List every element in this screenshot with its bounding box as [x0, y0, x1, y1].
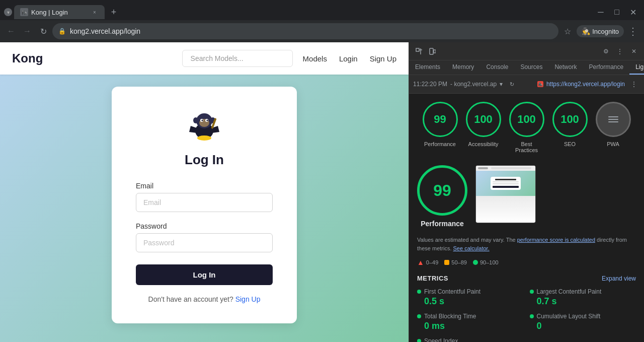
card-title: Log In — [136, 152, 273, 168]
device-toggle-button[interactable] — [426, 45, 438, 57]
forward-button[interactable]: → — [20, 24, 34, 38]
score-label-accessibility: Accessibility — [468, 141, 499, 147]
tab-sources[interactable]: Sources — [514, 60, 548, 75]
refresh-button[interactable]: ↻ — [36, 24, 50, 38]
svg-point-7 — [193, 117, 198, 123]
metrics-header: METRICS Expand view — [417, 275, 636, 282]
score-seo: 100 SEO — [552, 102, 588, 153]
metric-fcp-name: First Contentful Paint — [424, 288, 480, 295]
svg-rect-11 — [416, 48, 419, 51]
lighthouse-content: 99 Performance 100 Accessibility 100 Bes… — [409, 94, 644, 342]
metric-cls: Cumulative Layout Shift 0 — [530, 313, 636, 331]
address-text: kong2.vercel.app/login — [70, 27, 140, 35]
main-layout: Kong Search Models... Models Login Sign … — [0, 42, 644, 342]
legend-red-label: 0–49 — [426, 259, 438, 265]
score-label-best-practices: Best Practices — [509, 141, 544, 153]
devtools-dropdown-icon[interactable]: ▾ — [500, 81, 503, 88]
devtools-close-button[interactable]: ✕ — [628, 45, 640, 57]
scores-row: 99 Performance 100 Accessibility 100 Bes… — [417, 102, 636, 153]
nav-login[interactable]: Login — [339, 54, 358, 63]
devtools-refresh-small[interactable]: ↻ — [506, 78, 518, 90]
devtools-time: 11:22:20 PM — [413, 81, 447, 88]
password-form-group: Password — [136, 222, 273, 252]
minimize-button[interactable]: ─ — [594, 5, 608, 19]
devtools-right-controls: ⚙ ⋮ ✕ — [600, 45, 640, 57]
back-button[interactable]: ← — [4, 24, 18, 38]
login-card: Log In Email Password Log In Don't have … — [112, 87, 297, 323]
svg-point-5 — [202, 120, 203, 121]
metrics-title: METRICS — [417, 275, 448, 282]
address-bar[interactable]: 🔒 kong2.vercel.app/login — [52, 23, 558, 39]
big-score-num: 99 — [433, 181, 451, 200]
metric-lcp: Largest Contentful Paint 0.7 s — [530, 288, 636, 307]
score-label-performance: Performance — [424, 141, 456, 147]
score-circle-performance: 99 — [423, 102, 458, 137]
metric-si-dot — [417, 339, 421, 342]
devtools-domain: - kong2.vercel.ap — [450, 81, 497, 88]
big-score-label: Performance — [421, 220, 464, 228]
svg-point-10 — [197, 135, 211, 141]
metric-lcp-dot — [530, 290, 534, 294]
devtools-toolbar: ⚙ ⋮ ✕ — [409, 42, 644, 60]
metric-cls-value: 0 — [537, 321, 636, 331]
metric-si-row: Speed Index — [417, 337, 524, 342]
devtools-settings-button[interactable]: ⚙ — [600, 45, 612, 57]
devtools-url-more[interactable]: ⋮ — [628, 78, 640, 90]
tab-lighthouse[interactable]: Lighthouse — [629, 60, 644, 75]
perf-link-calc[interactable]: See calculator. — [453, 245, 490, 251]
incognito-button[interactable]: 🕵 Incognito — [577, 25, 624, 37]
nav-models[interactable]: Models — [303, 54, 327, 63]
signup-text: Don't have an account yet? Sign Up — [136, 295, 273, 303]
maximize-button[interactable]: □ — [610, 5, 624, 19]
metric-fcp-row: First Contentful Paint — [417, 288, 524, 295]
tab-list-button[interactable]: ▾ — [4, 8, 12, 16]
perf-link-score[interactable]: performance score is calculated — [517, 237, 595, 243]
score-num-accessibility: 100 — [474, 113, 493, 126]
tab-network[interactable]: Network — [548, 60, 583, 75]
devtools-url-bar: 11:22:20 PM - kong2.vercel.ap ▾ ↻ 🦍 http… — [409, 75, 644, 94]
devtools-more-button[interactable]: ⋮ — [614, 45, 626, 57]
new-tab-button[interactable]: + — [107, 5, 121, 19]
login-button[interactable]: Log In — [136, 264, 273, 285]
svg-rect-14 — [430, 48, 433, 54]
score-accessibility: 100 Accessibility — [466, 102, 501, 153]
legend-orange: 50–89 — [444, 259, 467, 265]
screenshot-mini — [476, 166, 535, 223]
tab-performance[interactable]: Performance — [583, 60, 629, 75]
metric-fcp-dot — [417, 290, 421, 294]
active-tab[interactable]: 🦍 Kong | Login × — [14, 5, 105, 19]
password-input[interactable] — [136, 233, 273, 252]
bookmark-button[interactable]: ☆ — [560, 24, 575, 38]
nav-signup[interactable]: Sign Up — [370, 54, 396, 63]
metric-tbt-name: Total Blocking Time — [424, 313, 476, 320]
tab-elements[interactable]: Elements — [409, 60, 446, 75]
close-window-button[interactable]: ✕ — [626, 5, 640, 19]
browser-menu-button[interactable]: ⋮ — [626, 24, 640, 38]
big-score-area: 99 Performance — [417, 165, 636, 228]
score-num-seo: 100 — [560, 113, 579, 126]
metric-lcp-name: Largest Contentful Paint — [537, 288, 602, 295]
metric-tbt: Total Blocking Time 0 ms — [417, 313, 524, 331]
legend-red: ▲ 0–49 — [417, 258, 438, 266]
expand-view-button[interactable]: Expand view — [602, 275, 636, 282]
signup-link[interactable]: Sign Up — [235, 295, 261, 303]
metric-lcp-row: Largest Contentful Paint — [530, 288, 636, 295]
metric-cls-dot — [530, 314, 534, 318]
tab-close-button[interactable]: × — [91, 8, 99, 16]
screenshot-preview — [475, 165, 536, 223]
score-num-performance: 99 — [434, 113, 446, 126]
tab-console[interactable]: Console — [480, 60, 514, 75]
tab-memory[interactable]: Memory — [446, 60, 480, 75]
email-input[interactable] — [136, 193, 273, 212]
score-best-practices: 100 Best Practices — [509, 102, 544, 153]
nav-right: ☆ 🕵 Incognito ⋮ — [560, 24, 640, 38]
score-performance: 99 Performance — [423, 102, 458, 153]
devtools-url: https://kong2.vercel.app/login — [546, 81, 625, 88]
legend: ▲ 0–49 50–89 90–100 — [417, 258, 636, 266]
inspect-element-button[interactable] — [413, 45, 425, 57]
webpage: Kong Search Models... Models Login Sign … — [0, 42, 409, 342]
search-box[interactable]: Search Models... — [182, 50, 293, 67]
metric-tbt-dot — [417, 314, 421, 318]
nav-links: Models Login Sign Up — [303, 54, 396, 63]
search-placeholder: Search Models... — [191, 54, 244, 62]
